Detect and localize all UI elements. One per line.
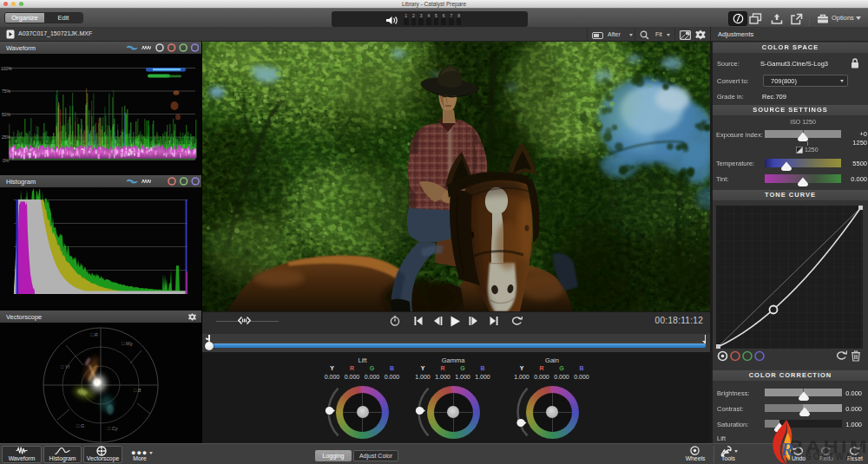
svg-text:□ R: □ R [90, 332, 98, 337]
svg-text:□ B: □ B [134, 388, 141, 393]
svg-text:□ Mg: □ Mg [122, 341, 133, 346]
svg-text:0%: 0% [3, 158, 10, 163]
svg-text:25%: 25% [2, 134, 11, 140]
svg-text:100%: 100% [1, 66, 12, 71]
svg-text:□ Yl: □ Yl [61, 364, 69, 369]
svg-text:50%: 50% [2, 112, 11, 117]
svg-text:□ Cy: □ Cy [108, 426, 119, 431]
svg-text:75%: 75% [2, 88, 11, 94]
svg-text:□ G: □ G [76, 423, 85, 428]
